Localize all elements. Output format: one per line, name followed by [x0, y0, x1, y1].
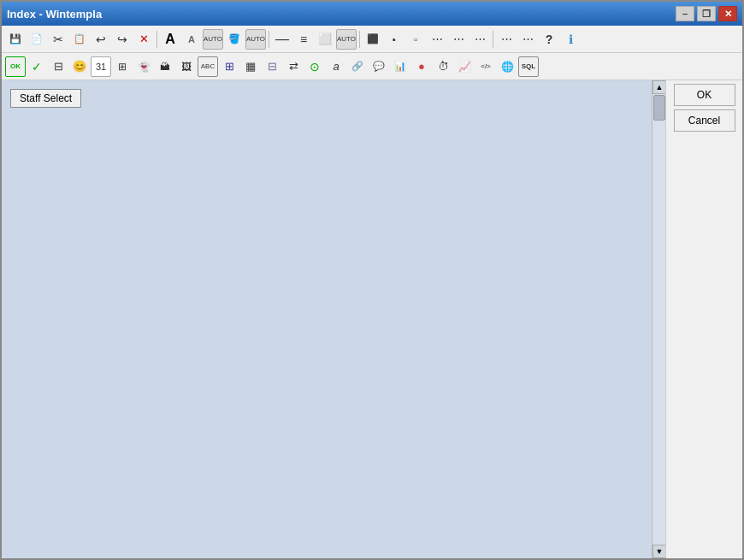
- text-auto-button[interactable]: AUTO: [203, 29, 223, 50]
- delete-button[interactable]: ✕: [133, 29, 154, 50]
- align-left-button[interactable]: ⬛: [363, 29, 383, 50]
- more4-button[interactable]: ⋯: [496, 29, 517, 50]
- separator-1: [156, 31, 157, 48]
- more3-button[interactable]: ⋯: [469, 29, 490, 50]
- window-title: Index - Wintempla: [7, 8, 102, 21]
- content-area: Staff Select ▲ ▼ OK Cancel: [2, 80, 742, 558]
- cut-button[interactable]: ✂: [48, 29, 68, 50]
- link-button[interactable]: 🔗: [347, 56, 368, 77]
- close-button[interactable]: ✕: [718, 6, 737, 21]
- paint-auto-button[interactable]: AUTO: [245, 29, 266, 50]
- table-button[interactable]: ⊞: [112, 56, 133, 77]
- more2-button[interactable]: ⋯: [448, 29, 469, 50]
- ghost-button[interactable]: 👻: [133, 56, 154, 77]
- align-center-button[interactable]: ▪: [384, 29, 404, 50]
- radio-button-tb[interactable]: ⊙: [304, 56, 325, 77]
- check-button[interactable]: ✓: [27, 56, 47, 77]
- chart-button[interactable]: 📊: [390, 56, 410, 77]
- title-bar-controls: – ❒ ✕: [676, 6, 737, 21]
- image-button[interactable]: 🏔: [155, 56, 175, 77]
- toolbar-row-2: OK ✓ ⊟ 😊 31 ⊞ 👻 🏔 🖼 ABC ⊞ ▦ ⊟ ⇄ ⊙ a 🔗 💬 …: [2, 53, 742, 80]
- sparkline-button[interactable]: 📈: [454, 56, 475, 77]
- separator-4: [493, 31, 493, 48]
- text-small-button[interactable]: A: [181, 29, 202, 50]
- text-large-button[interactable]: A: [160, 29, 180, 50]
- restore-button[interactable]: ❒: [697, 6, 716, 21]
- info-button[interactable]: ℹ: [560, 29, 581, 50]
- main-window: Index - Wintempla – ❒ ✕ 💾 📄 ✂ 📋 ↩ ↪ ✕ A …: [0, 0, 744, 560]
- hline-button[interactable]: —: [272, 29, 292, 50]
- paint-button[interactable]: 🪣: [224, 29, 245, 50]
- more5-button[interactable]: ⋯: [517, 29, 538, 50]
- move-button[interactable]: ⇄: [283, 56, 304, 77]
- help-button[interactable]: ?: [539, 29, 559, 50]
- box-auto-button[interactable]: AUTO: [336, 29, 357, 50]
- toolbar-row-1: 💾 📄 ✂ 📋 ↩ ↪ ✕ A A AUTO 🪣 AUTO — ≡ ⬜ AUTO…: [2, 26, 742, 53]
- italic-a-button[interactable]: a: [326, 56, 346, 77]
- scroll-up-arrow[interactable]: ▲: [652, 80, 665, 94]
- more-button[interactable]: ⋯: [427, 29, 447, 50]
- title-bar-left: Index - Wintempla: [7, 8, 102, 21]
- scroll-track[interactable]: [652, 94, 665, 545]
- calendar-button[interactable]: 31: [91, 56, 111, 77]
- bubble-button[interactable]: 💬: [369, 56, 389, 77]
- save-button[interactable]: 💾: [5, 29, 26, 50]
- image-box-button[interactable]: 🖼: [176, 56, 197, 77]
- scrollbar-v[interactable]: ▲ ▼: [652, 80, 665, 558]
- title-bar: Index - Wintempla – ❒ ✕: [2, 2, 742, 26]
- sql-button[interactable]: SQL: [518, 56, 539, 77]
- undo-button[interactable]: ↩: [91, 29, 111, 50]
- main-panel: Staff Select ▲ ▼: [2, 80, 665, 558]
- minimize-button[interactable]: –: [676, 6, 694, 21]
- code-button[interactable]: </>: [475, 56, 496, 77]
- redo-button[interactable]: ↪: [112, 29, 133, 50]
- box-button[interactable]: ⬜: [315, 29, 335, 50]
- grid3-button[interactable]: ⊟: [262, 56, 282, 77]
- ok-small-button[interactable]: OK: [5, 56, 26, 77]
- copy-button[interactable]: 📋: [69, 29, 90, 50]
- new-button[interactable]: 📄: [27, 29, 47, 50]
- staff-select-button[interactable]: Staff Select: [10, 89, 81, 108]
- cancel-button[interactable]: Cancel: [674, 109, 735, 132]
- grid2-button[interactable]: ▦: [240, 56, 261, 77]
- ok-button[interactable]: OK: [674, 84, 735, 106]
- hline2-button[interactable]: ≡: [293, 29, 314, 50]
- pie-button[interactable]: ●: [411, 56, 432, 77]
- grid-button[interactable]: ⊞: [219, 56, 239, 77]
- gauge-button[interactable]: ⏱: [433, 56, 453, 77]
- scroll-down-arrow[interactable]: ▼: [652, 545, 665, 558]
- scroll-thumb[interactable]: [653, 95, 665, 121]
- separator-2: [269, 31, 269, 48]
- align-right-button[interactable]: ▫: [405, 29, 426, 50]
- smiley-button[interactable]: 😊: [69, 56, 90, 77]
- abc-button[interactable]: ABC: [198, 56, 218, 77]
- globe-button[interactable]: 🌐: [497, 56, 517, 77]
- minus-box-button[interactable]: ⊟: [48, 56, 68, 77]
- separator-3: [359, 31, 360, 48]
- side-buttons-panel: OK Cancel: [665, 80, 742, 558]
